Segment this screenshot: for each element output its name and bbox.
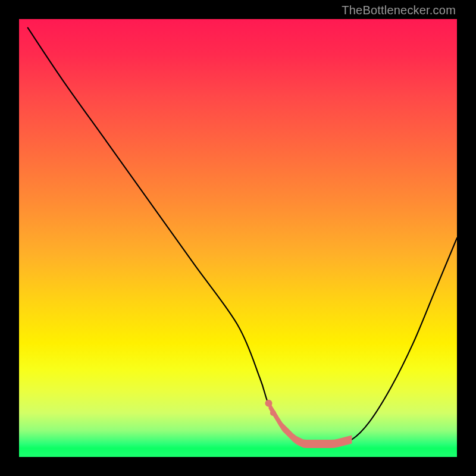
highlight-group [265,400,352,448]
chart-frame: TheBottlenecker.com [0,0,476,476]
highlight-blob [269,400,352,448]
highlight-dot-2 [270,410,276,416]
curve-svg [19,19,457,457]
watermark-text: TheBottlenecker.com [342,4,456,17]
highlight-dot-1 [265,400,273,407]
plot-area [19,19,457,457]
bottleneck-curve [28,28,457,444]
